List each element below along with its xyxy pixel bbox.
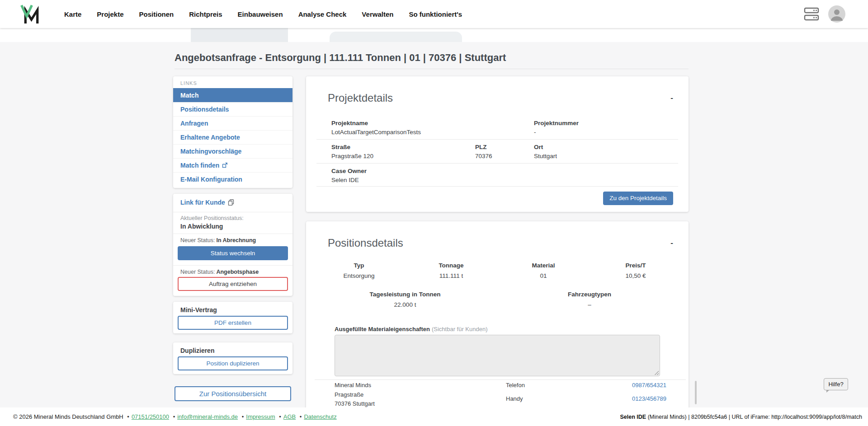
footer-agb-link[interactable]: AGB bbox=[283, 413, 296, 420]
projektnummer-label: Projektnummer bbox=[534, 120, 579, 126]
mineral-minds-logo-icon[interactable] bbox=[20, 4, 40, 24]
projektnummer-value: - bbox=[534, 129, 536, 136]
projektname-value: LotActualTargetComparisonTests bbox=[331, 129, 421, 136]
sidebar-item-matchingvorschlaege[interactable]: Matchingvorschläge bbox=[173, 144, 292, 158]
summary-typ: Typ Entsorgung bbox=[313, 262, 405, 279]
help-button[interactable]: Hilfe? bbox=[824, 378, 848, 390]
position-card-title: Positionsdetails bbox=[328, 237, 403, 249]
nav-item-positionen[interactable]: Positionen bbox=[139, 10, 174, 18]
duplicate-heading: Duplizieren bbox=[180, 347, 214, 354]
nav-item-analyse-check[interactable]: Analyse Check bbox=[298, 10, 347, 18]
collapse-button[interactable]: - bbox=[670, 239, 673, 248]
separator: • bbox=[242, 413, 244, 420]
session-details: (Mineral Minds) | 8209b5fc54a6 | URL of … bbox=[646, 414, 862, 420]
separator: • bbox=[127, 413, 129, 420]
scrolled-content-strip bbox=[0, 28, 868, 42]
divider bbox=[315, 379, 686, 380]
customer-link[interactable]: Link für Kunde bbox=[180, 199, 234, 206]
mobile-label: Handy bbox=[506, 395, 523, 402]
partial-tab-block bbox=[330, 32, 462, 42]
divider bbox=[173, 265, 292, 266]
next-status-prefix: Neuer Status: bbox=[180, 269, 215, 275]
ort-label: Ort bbox=[534, 144, 543, 150]
nav-item-richtpreis[interactable]: Richtpreis bbox=[189, 10, 222, 18]
duplicate-card: Duplizieren Position duplizieren bbox=[173, 342, 292, 374]
summary-preis: Preis/T 10,50 € bbox=[590, 262, 682, 279]
divider bbox=[316, 139, 678, 140]
project-details-card: Projektdetails - Projektname LotActualTa… bbox=[306, 76, 689, 212]
duplicate-position-button[interactable]: Position duplizieren bbox=[178, 356, 288, 370]
summary-label: Fahrzeugtypen bbox=[497, 291, 682, 298]
footer-phone-link[interactable]: 07151/250100 bbox=[132, 413, 169, 420]
nav-item-projekte[interactable]: Projekte bbox=[97, 10, 123, 18]
separator: • bbox=[173, 413, 175, 420]
contact-street: Pragstraße bbox=[335, 391, 363, 398]
ort-value: Stuttgart bbox=[534, 153, 557, 159]
sidebar-item-label: Match finden bbox=[180, 162, 219, 169]
case-owner-value: Selen IDE bbox=[331, 177, 359, 183]
summary-label: Preis/T bbox=[590, 262, 682, 269]
material-label-text: Ausgefüllte Materialeigenschaften bbox=[335, 326, 430, 332]
customer-link-label: Link für Kunde bbox=[180, 199, 225, 206]
sidebar-item-erhaltene-angebote[interactable]: Erhaltene Angebote bbox=[173, 130, 292, 144]
to-project-details-button[interactable]: Zu den Projektdetails bbox=[603, 192, 673, 205]
collapse-button[interactable]: - bbox=[670, 94, 673, 103]
mini-contract-card: Mini-Vertrag PDF erstellen bbox=[173, 302, 292, 333]
partial-block bbox=[191, 28, 288, 42]
nav-item-einbauweisen[interactable]: Einbauweisen bbox=[238, 10, 283, 18]
change-status-button[interactable]: Status wechseln bbox=[178, 246, 288, 260]
sidebar-item-email-konfiguration[interactable]: E-Mail Konfiguration bbox=[173, 172, 292, 186]
footer-datenschutz-link[interactable]: Datenschutz bbox=[304, 413, 336, 420]
next-status-value: In Abrechnung bbox=[216, 237, 256, 243]
scrollbar-thumb[interactable] bbox=[695, 381, 697, 404]
divider bbox=[316, 186, 678, 187]
contact-city: 70376 Stuttgart bbox=[335, 400, 375, 407]
current-status-label: Aktueller Positionsstatus: bbox=[180, 215, 244, 221]
next-status-prefix: Neuer Status: bbox=[180, 237, 215, 243]
summary-value: 111.111 t bbox=[405, 272, 497, 279]
strasse-value: Pragstraße 120 bbox=[331, 153, 373, 159]
nav-item-karte[interactable]: Karte bbox=[64, 10, 81, 18]
summary-label: Material bbox=[497, 262, 590, 269]
plz-label: PLZ bbox=[475, 144, 487, 150]
iframe-content: Angebotsanfrage - Entsorgung | 111.111 T… bbox=[0, 42, 868, 407]
sidebar-item-positionsdetails[interactable]: Positionsdetails bbox=[173, 102, 292, 116]
projektname-label: Projektname bbox=[331, 120, 368, 126]
project-card-title: Projektdetails bbox=[328, 92, 393, 104]
material-label-hint: (Sichtbar für Kunden) bbox=[432, 326, 488, 332]
sidebar-item-anfragen[interactable]: Anfragen bbox=[173, 116, 292, 130]
summary-fahrzeugtypen: Fahrzeugtypen – bbox=[497, 291, 682, 308]
summary-value: 22.000 t bbox=[313, 301, 497, 308]
app-header: Karte Projekte Positionen Richtpreis Ein… bbox=[0, 0, 868, 28]
footer: © 2026 Mineral Minds Deutschland GmbH •0… bbox=[0, 407, 868, 426]
nav-item-verwalten[interactable]: Verwalten bbox=[362, 10, 393, 18]
sidebar-item-match-finden[interactable]: Match finden bbox=[173, 158, 292, 172]
position-summary-row-2: Tagesleistung in Tonnen 22.000 t Fahrzeu… bbox=[313, 291, 682, 308]
mobile-link[interactable]: 0123/456789 bbox=[632, 395, 666, 402]
next-status-2: Neuer Status:Angebotsphase bbox=[180, 269, 259, 275]
main-nav: Karte Projekte Positionen Richtpreis Ein… bbox=[64, 10, 462, 18]
withdraw-order-button[interactable]: Auftrag entziehen bbox=[178, 277, 288, 291]
summary-tagesleistung: Tagesleistung in Tonnen 22.000 t bbox=[313, 291, 497, 308]
summary-tonnage: Tonnage 111.111 t bbox=[405, 262, 497, 279]
separator: • bbox=[279, 413, 281, 420]
links-card: LINKS Match Positionsdetails Anfragen Er… bbox=[173, 76, 292, 188]
phone-link[interactable]: 0987/654321 bbox=[632, 382, 666, 389]
avatar[interactable] bbox=[828, 5, 845, 23]
position-overview-button[interactable]: Zur Positionsübersicht bbox=[175, 386, 291, 401]
sidebar-item-match[interactable]: Match bbox=[173, 88, 292, 102]
nav-item-so-funktionierts[interactable]: So funktioniert's bbox=[409, 10, 462, 18]
phone-label: Telefon bbox=[506, 382, 525, 389]
material-properties-label: Ausgefüllte Materialeigenschaften(Sichtb… bbox=[335, 326, 488, 332]
next-status-1: Neuer Status:In Abrechnung bbox=[180, 237, 256, 243]
plz-value: 70376 bbox=[475, 153, 492, 159]
case-owner-label: Case Owner bbox=[331, 168, 367, 174]
material-properties-textarea[interactable] bbox=[335, 335, 660, 376]
copy-icon bbox=[228, 199, 234, 206]
create-pdf-button[interactable]: PDF erstellen bbox=[178, 316, 288, 330]
links-heading: LINKS bbox=[173, 76, 292, 88]
summary-value: 01 bbox=[497, 272, 590, 279]
footer-impressum-link[interactable]: Impressum bbox=[246, 413, 275, 420]
server-icon[interactable] bbox=[804, 7, 819, 21]
footer-email-link[interactable]: info@mineral-minds.de bbox=[177, 413, 238, 420]
